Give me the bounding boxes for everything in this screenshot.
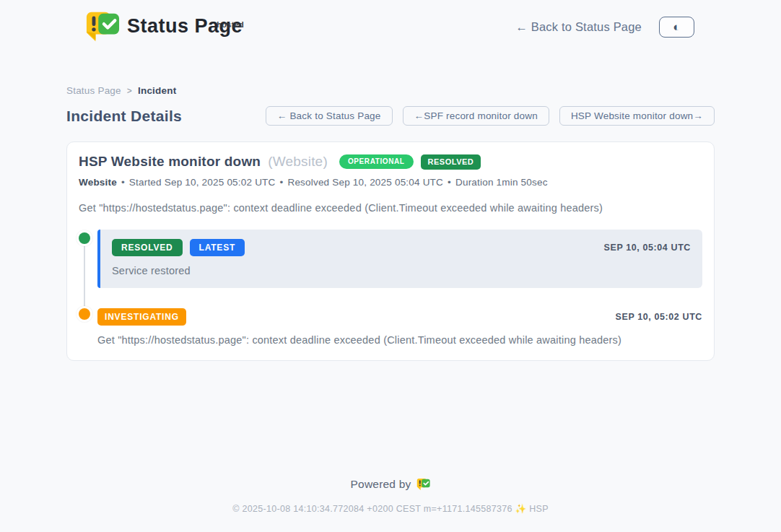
timeline-entry-resolved: RESOLVED LATEST SEP 10, 05:04 UTC Servic… (79, 230, 702, 288)
timeline-latest-update-box: RESOLVED LATEST SEP 10, 05:04 UTC Servic… (97, 230, 702, 288)
update-investigating-badge: INVESTIGATING (97, 308, 186, 326)
next-incident-button[interactable]: HSP Website monitor down→ (559, 106, 715, 126)
incident-scope: (Website) (268, 154, 328, 170)
incident-card: HSP Website monitor down (Website) OPERA… (66, 141, 715, 361)
update-timestamp: SEP 10, 05:02 UTC (616, 312, 702, 322)
brand-logo-link[interactable]: Status Page hosted (85, 10, 243, 43)
footer-logo-icon (416, 478, 430, 491)
breadcrumb-current: Incident (138, 85, 176, 96)
incident-description: Get "https://hostedstatus.page": context… (79, 202, 702, 214)
meta-duration: Duration 1min 50sec (455, 177, 548, 188)
page-title: Incident Details (66, 108, 182, 125)
prev-incident-button[interactable]: ←SPF record monitor down (403, 106, 549, 126)
main-content: Status Page > Incident Incident Details … (0, 85, 781, 361)
powered-by-link[interactable]: Powered by (351, 478, 431, 491)
copyright-text: © 2025-10-08 14:10:34.772084 +0200 CEST … (0, 503, 781, 514)
breadcrumb-separator: > (127, 86, 132, 96)
header-back-link[interactable]: ← Back to Status Page (515, 20, 642, 34)
brand-name: Status Page hosted (127, 10, 243, 42)
powered-by-label: Powered by (351, 478, 411, 491)
incident-timeline: RESOLVED LATEST SEP 10, 05:04 UTC Servic… (79, 230, 702, 346)
header: Status Page hosted ← Back to Status Page… (0, 0, 781, 43)
update-timestamp: SEP 10, 05:04 UTC (604, 243, 691, 253)
operational-status-badge: OPERATIONAL (339, 154, 414, 169)
update-message: Get "https://hostedstatus.page": context… (97, 334, 702, 346)
timeline-dot-resolved (79, 232, 90, 244)
incident-meta: Website • Started Sep 10, 2025 05:02 UTC… (79, 177, 702, 188)
update-message: Service restored (112, 265, 691, 276)
meta-resolved: Resolved Sep 10, 2025 05:04 UTC (287, 177, 443, 188)
brand-hosted-label: hosted (217, 9, 244, 40)
timeline-dot-investigating (79, 308, 90, 320)
theme-toggle-button[interactable]: ◐ (659, 17, 694, 38)
update-latest-badge: LATEST (190, 239, 245, 256)
meta-started: Started Sep 10, 2025 05:02 UTC (129, 177, 276, 188)
back-to-status-page-button[interactable]: ← Back to Status Page (266, 106, 393, 126)
update-resolved-badge: RESOLVED (112, 239, 183, 256)
timeline-entry-investigating: INVESTIGATING SEP 10, 05:02 UTC Get "htt… (79, 308, 702, 346)
footer: Powered by © 2025-10-08 14:10:34.772084 … (0, 478, 781, 532)
resolved-state-badge: RESOLVED (421, 154, 481, 170)
incident-nav-buttons: ← Back to Status Page ←SPF record monito… (266, 106, 715, 126)
meta-component: Website (79, 177, 117, 188)
incident-title: HSP Website monitor down (79, 154, 261, 170)
breadcrumb-status-page-link[interactable]: Status Page (66, 85, 121, 96)
brand-logo-icon (85, 10, 120, 43)
breadcrumb: Status Page > Incident (66, 85, 715, 96)
contrast-icon: ◐ (673, 21, 680, 33)
